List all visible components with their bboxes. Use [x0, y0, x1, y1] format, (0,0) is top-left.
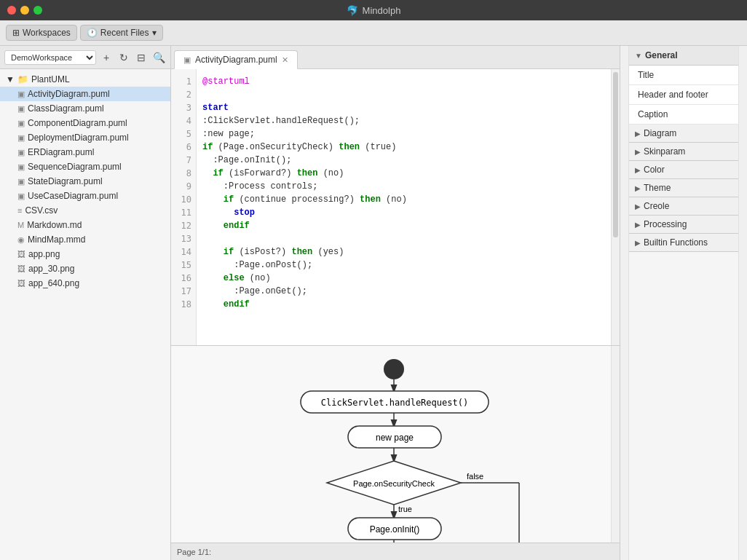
- section-arrow-right-icon: ▶: [635, 184, 641, 192]
- refresh-button[interactable]: ↻: [116, 50, 131, 65]
- minimize-button[interactable]: [20, 6, 29, 15]
- list-item[interactable]: ▣ ClassDiagram.puml: [0, 101, 170, 116]
- props-left-scrollbar[interactable]: [620, 46, 629, 560]
- security-check-label: Page.onSecurityCheck: [353, 479, 435, 488]
- section-arrow-right-icon: ▶: [635, 166, 641, 174]
- statusbar: Page 1/1:: [171, 543, 620, 560]
- line-numbers: 12345 678910 1112131415 161718: [171, 69, 197, 345]
- file-icon: ▣: [17, 192, 25, 201]
- props-section-general[interactable]: ▼ General: [629, 46, 738, 66]
- clock-icon: 🕐: [87, 28, 98, 38]
- editor-area: ▣ ActivityDiagram.puml ✕ 12345 678910 11…: [171, 46, 620, 560]
- folder-icon: 📁: [17, 74, 28, 84]
- start-node: [384, 359, 404, 379]
- tab-bar: ▣ ActivityDiagram.puml ✕: [171, 46, 620, 69]
- newpage-label: new page: [376, 433, 414, 443]
- window-controls[interactable]: [7, 6, 42, 15]
- file-icon: ▣: [17, 177, 25, 186]
- oninit-label: Page.onInit(): [370, 524, 420, 535]
- workspace-folder[interactable]: ▼ 📁 PlantUML: [0, 72, 170, 87]
- section-arrow-right-icon: ▶: [635, 148, 641, 156]
- props-section-color[interactable]: ▶ Color: [629, 161, 738, 179]
- properties-panel: ▼ General Title Header and footer Captio…: [620, 46, 747, 560]
- page-info: Page 1/1:: [177, 548, 211, 556]
- list-item[interactable]: 🖼 app_30.png: [0, 261, 170, 276]
- list-item[interactable]: ▣ StateDiagram.puml: [0, 174, 170, 189]
- file-icon: ▣: [17, 119, 25, 128]
- props-section-skinparam[interactable]: ▶ Skinparam: [629, 143, 738, 161]
- collapse-button[interactable]: ⊟: [134, 50, 149, 65]
- csv-file-icon: ≡: [17, 206, 22, 215]
- list-item[interactable]: ≡ CSV.csv: [0, 203, 170, 218]
- props-section-theme[interactable]: ▶ Theme: [629, 179, 738, 197]
- list-item[interactable]: ▣ ComponentDiagram.puml: [0, 116, 170, 130]
- dropdown-arrow-icon: ▾: [152, 28, 157, 38]
- sidebar-tree: ▼ 📁 PlantUML ▣ ActivityDiagram.puml ▣ Cl…: [0, 69, 170, 560]
- file-icon: ▣: [17, 104, 25, 114]
- list-item[interactable]: ▣ ERDiagram.puml: [0, 145, 170, 159]
- list-item[interactable]: ▣ DeploymentDiagram.puml: [0, 130, 170, 145]
- list-item[interactable]: 🖼 app_640.png: [0, 276, 170, 291]
- true-label: true: [398, 505, 412, 513]
- tab-activity-diagram[interactable]: ▣ ActivityDiagram.puml ✕: [174, 50, 298, 69]
- close-button[interactable]: [7, 6, 16, 15]
- list-item[interactable]: ▣ UseCaseDiagram.puml: [0, 189, 170, 203]
- image-file-icon: 🖼: [17, 250, 25, 259]
- maximize-button[interactable]: [33, 6, 42, 15]
- preview-panel: ClickServlet.handleRequest() new page Pa…: [171, 346, 620, 543]
- app-container: ⊞ Workspaces 🕐 Recent Files ▾ DemoWorksp…: [0, 20, 747, 560]
- workspaces-button[interactable]: ⊞ Workspaces: [6, 25, 77, 41]
- list-item[interactable]: ◉ MindMap.mmd: [0, 232, 170, 247]
- props-item-caption[interactable]: Caption: [629, 105, 738, 125]
- false-label: false: [467, 472, 483, 481]
- list-item[interactable]: ▣ ActivityDiagram.puml: [0, 87, 170, 101]
- content-area: DemoWorkspace + ↻ ⊟ 🔍 ▼ 📁 PlantUML ▣ Act…: [0, 46, 747, 560]
- sidebar: DemoWorkspace + ↻ ⊟ 🔍 ▼ 📁 PlantUML ▣ Act…: [0, 46, 171, 560]
- tab-close-button[interactable]: ✕: [282, 55, 288, 65]
- props-section-diagram[interactable]: ▶ Diagram: [629, 125, 738, 143]
- file-icon: ▣: [17, 148, 25, 157]
- file-icon: ▣: [17, 162, 25, 172]
- search-button[interactable]: 🔍: [151, 50, 166, 65]
- section-arrow-right-icon: ▶: [635, 221, 641, 229]
- diagram-preview: ClickServlet.handleRequest() new page Pa…: [171, 346, 620, 543]
- code-scrollbar[interactable]: [611, 69, 620, 345]
- preview-scrollbar[interactable]: [611, 346, 620, 543]
- app-title: 🐬 Mindolph: [347, 5, 401, 16]
- sidebar-toolbar: DemoWorkspace + ↻ ⊟ 🔍: [0, 46, 170, 69]
- editor-split: 12345 678910 1112131415 161718 @startuml…: [171, 69, 620, 560]
- props-section-creole[interactable]: ▶ Creole: [629, 197, 738, 216]
- section-arrow-right-icon: ▶: [635, 202, 641, 210]
- section-arrow-right-icon: ▶: [635, 130, 641, 138]
- image-file-icon: 🖼: [17, 264, 25, 273]
- tab-file-icon: ▣: [183, 55, 191, 65]
- new-item-button[interactable]: +: [99, 50, 114, 65]
- section-arrow-right-icon: ▶: [635, 239, 641, 247]
- image-file-icon: 🖼: [17, 279, 25, 288]
- props-right-scrollbar[interactable]: [738, 46, 747, 560]
- props-item-header-footer[interactable]: Header and footer: [629, 85, 738, 105]
- diagram-svg: ClickServlet.handleRequest() new page Pa…: [213, 353, 577, 543]
- list-item[interactable]: ▣ SequenceDiagram.puml: [0, 159, 170, 174]
- app-icon: 🐬: [347, 5, 358, 16]
- mmd-file-icon: ◉: [17, 235, 25, 245]
- code-panel: 12345 678910 1112131415 161718 @startuml…: [171, 69, 620, 346]
- file-icon: ▣: [17, 90, 25, 99]
- list-item[interactable]: 🖼 app.png: [0, 247, 170, 261]
- workspace-select[interactable]: DemoWorkspace: [4, 50, 96, 65]
- code-editor[interactable]: @startuml start :ClickServlet.handleRequ…: [197, 69, 611, 345]
- list-item[interactable]: M Markdown.md: [0, 218, 170, 232]
- props-content: ▼ General Title Header and footer Captio…: [629, 46, 738, 560]
- props-section-builtin[interactable]: ▶ Builtin Functions: [629, 234, 738, 252]
- props-item-title[interactable]: Title: [629, 66, 738, 85]
- titlebar: 🐬 Mindolph: [0, 0, 747, 20]
- workspaces-icon: ⊞: [12, 28, 20, 38]
- recent-files-button[interactable]: 🕐 Recent Files ▾: [80, 25, 163, 41]
- file-icon: ▣: [17, 133, 25, 143]
- md-file-icon: M: [17, 221, 24, 229]
- section-arrow-down-icon: ▼: [635, 52, 642, 60]
- triangle-down-icon: ▼: [6, 74, 15, 84]
- clickservlet-label: ClickServlet.handleRequest(): [321, 398, 468, 408]
- props-section-processing[interactable]: ▶ Processing: [629, 216, 738, 234]
- main-toolbar: ⊞ Workspaces 🕐 Recent Files ▾: [0, 20, 747, 46]
